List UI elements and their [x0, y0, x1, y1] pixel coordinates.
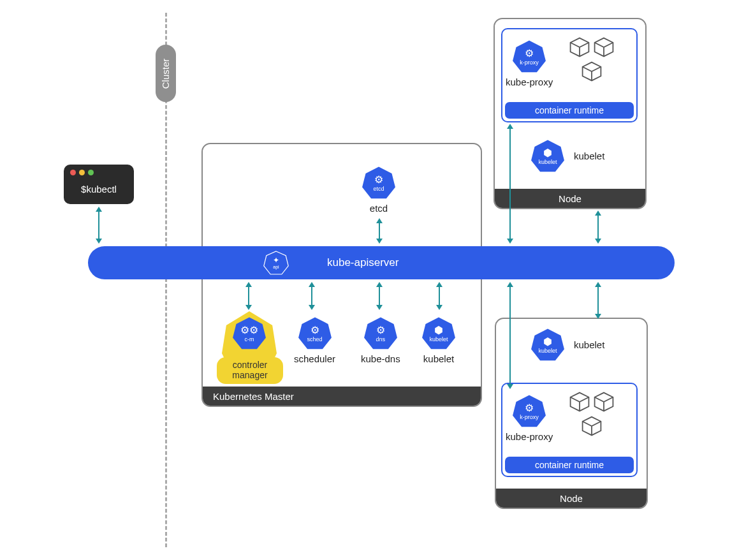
kube-dns-icon: ⚙dns — [363, 316, 398, 351]
node1-footer: Node — [495, 189, 645, 208]
node2-title: Node — [560, 493, 583, 504]
node1-containers-icon — [565, 36, 618, 83]
kube-dns-component: ⚙dns kube-dns — [361, 316, 400, 365]
master-kubelet-icon: ⬢kubelet — [421, 316, 456, 351]
arrow-apiserver-kubelet-master — [439, 286, 440, 306]
node1-title: Node — [559, 193, 581, 204]
node1-kube-proxy-icon: ⚙k-proxy — [512, 40, 546, 74]
arrow-apiserver-cm — [248, 286, 249, 306]
kubernetes-master-footer: Kubernetes Master — [203, 387, 481, 406]
controller-manager-label: controler manager — [217, 357, 283, 384]
master-kubelet-label: kubelet — [423, 353, 454, 365]
node2-kubelet-icon: ⬢kubelet — [530, 328, 565, 362]
kubectl-command: $kubectl — [64, 184, 134, 195]
kube-dns-label: kube-dns — [361, 353, 400, 365]
etcd-component: ⚙etcd etcd — [362, 166, 396, 214]
cube-icon — [592, 390, 615, 413]
arrow-etcd-apiserver — [379, 222, 380, 240]
terminal-dot-yellow — [79, 170, 85, 175]
arrow-node2-proxy-apiserver — [509, 286, 511, 385]
node2-kubelet-component: ⬢kubelet kubelet — [530, 328, 604, 362]
node2-containers-icon — [565, 390, 618, 438]
cluster-label-text: Cluster — [161, 58, 172, 89]
node2-kube-proxy-label: kube-proxy — [506, 431, 553, 443]
terminal-dot-green — [88, 170, 94, 175]
terminal-dot-red — [70, 170, 76, 175]
cluster-label-badge: Cluster — [156, 45, 176, 102]
arrow-kubectl-apiserver — [98, 210, 99, 240]
node1-kube-proxy-label: kube-proxy — [506, 77, 553, 88]
etcd-icon: ⚙etcd — [362, 166, 396, 200]
terminal-dots — [70, 170, 94, 175]
kube-apiserver-label: kube-apiserver — [327, 256, 399, 269]
arrow-apiserver-dns — [379, 286, 380, 306]
arrow-node1-kubelet-apiserver — [597, 214, 599, 240]
cube-icon — [568, 390, 591, 413]
scheduler-label: scheduler — [294, 353, 335, 365]
etcd-label: etcd — [370, 203, 388, 214]
node1-kubelet-component: ⬢kubelet kubelet — [530, 139, 604, 173]
master-kubelet-component: ⬢kubelet kubelet — [421, 316, 456, 365]
node1-kubelet-icon: ⬢kubelet — [530, 139, 565, 173]
cube-icon — [568, 36, 591, 59]
cube-icon — [580, 415, 603, 438]
kubectl-terminal: $kubectl — [64, 165, 134, 204]
node2-kube-proxy-icon: ⚙k-proxy — [512, 394, 546, 429]
cube-icon — [592, 36, 615, 59]
kubernetes-master-title: Kubernetes Master — [213, 391, 294, 402]
arrow-node1-proxy-apiserver — [509, 128, 511, 240]
scheduler-icon: ⚙sched — [298, 316, 332, 351]
kube-apiserver-bar: ✦api kube-apiserver — [88, 246, 675, 279]
cube-icon — [580, 60, 603, 83]
node1-kubelet-label: kubelet — [574, 151, 604, 162]
arrow-apiserver-sched — [311, 286, 312, 306]
api-icon: ✦api — [263, 250, 289, 276]
node2-kube-proxy-component: ⚙k-proxy kube-proxy — [506, 394, 553, 443]
node2-kubelet-label: kubelet — [574, 339, 604, 351]
controller-manager-component: ⚙⚙c-m — [232, 316, 267, 351]
node1-container-runtime-label: container runtime — [505, 102, 634, 119]
scheduler-component: ⚙sched scheduler — [294, 316, 335, 365]
node2-footer: Node — [496, 489, 647, 508]
node2-container-runtime-label: container runtime — [505, 457, 634, 473]
node1-kube-proxy-component: ⚙k-proxy kube-proxy — [506, 40, 553, 88]
arrow-node2-kubelet-apiserver — [597, 286, 599, 315]
controller-manager-icon: ⚙⚙c-m — [232, 316, 267, 351]
